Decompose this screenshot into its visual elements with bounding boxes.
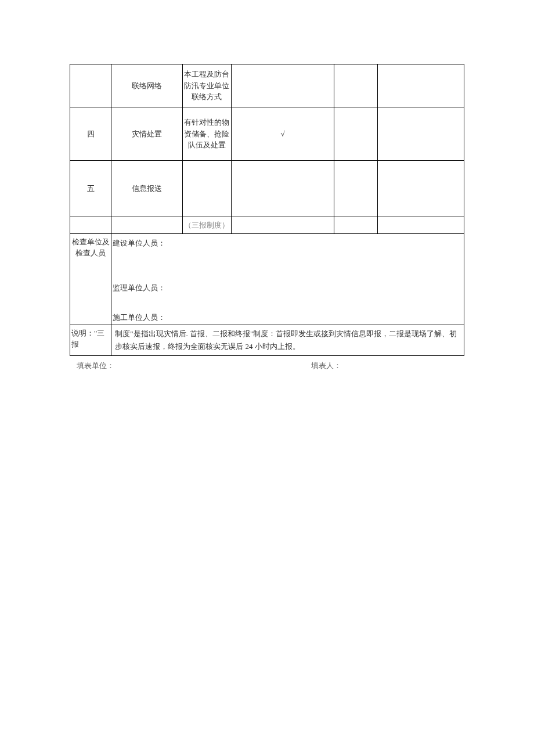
cell-r3-c1: 五 bbox=[70, 161, 111, 217]
cell-r3-c3 bbox=[182, 161, 232, 217]
cell-r3-c6 bbox=[377, 161, 464, 217]
cell-r3b-c3: （三报制度） bbox=[182, 217, 232, 234]
inspection-table: 联络网络 本工程及防台防汛专业单位联络方式 四 灾情处置 有针对性的物资储备、抢… bbox=[70, 64, 464, 356]
cell-r3b-c6 bbox=[377, 217, 464, 234]
cell-r2-c3: 有针对性的物资储备、抢险队伍及处置 bbox=[182, 107, 232, 161]
personnel-line-3: 施工单位人员： bbox=[113, 293, 463, 322]
personnel-line-1: 建设单位人员： bbox=[113, 236, 463, 265]
cell-r1-c4 bbox=[232, 64, 334, 107]
cell-r3b-c1 bbox=[70, 217, 111, 234]
personnel-content-cell: 建设单位人员： 监理单位人员： 施工单位人员： bbox=[111, 233, 464, 325]
table-row: 四 灾情处置 有针对性的物资储备、抢险队伍及处置 √ bbox=[70, 107, 464, 161]
table-row: 联络网络 本工程及防台防汛专业单位联络方式 bbox=[70, 64, 464, 107]
cell-r1-c6 bbox=[377, 64, 464, 107]
cell-r1-c1 bbox=[70, 64, 111, 107]
footer-line: 填表单位： 填表人： bbox=[70, 361, 464, 371]
cell-r3b-c2 bbox=[111, 217, 182, 234]
cell-r2-c2: 灾情处置 bbox=[111, 107, 182, 161]
description-label-cell: 说明："三报 bbox=[70, 325, 111, 355]
cell-r1-c3: 本工程及防台防汛专业单位联络方式 bbox=[182, 64, 232, 107]
table-row: 五 信息报送 bbox=[70, 161, 464, 217]
cell-r2-c6 bbox=[377, 107, 464, 161]
personnel-line-2: 监理单位人员： bbox=[113, 265, 463, 293]
cell-r1-c2: 联络网络 bbox=[111, 64, 182, 107]
footer-left: 填表单位： bbox=[70, 361, 306, 371]
cell-r3b-c5 bbox=[334, 217, 377, 234]
footer-right: 填表人： bbox=[306, 361, 464, 371]
cell-r3-c5 bbox=[334, 161, 377, 217]
cell-r3-c2: 信息报送 bbox=[111, 161, 182, 217]
personnel-label-cell: 检查单位及检查人员 bbox=[70, 233, 111, 325]
table-row-description: 说明："三报 制度"是指出现灾情后. 首报、二报和终报"制度：首报即发生或接到灾… bbox=[70, 325, 464, 355]
description-content-cell: 制度"是指出现灾情后. 首报、二报和终报"制度：首报即发生或接到灾情信息即报，二… bbox=[111, 325, 464, 355]
cell-r3-c4 bbox=[232, 161, 334, 217]
cell-r2-c1: 四 bbox=[70, 107, 111, 161]
cell-r2-c4: √ bbox=[232, 107, 334, 161]
cell-r3b-c4 bbox=[232, 217, 334, 234]
table-row-personnel: 检查单位及检查人员 建设单位人员： 监理单位人员： 施工单位人员： bbox=[70, 233, 464, 325]
table-row: （三报制度） bbox=[70, 217, 464, 234]
cell-r1-c5 bbox=[334, 64, 377, 107]
cell-r2-c5 bbox=[334, 107, 377, 161]
